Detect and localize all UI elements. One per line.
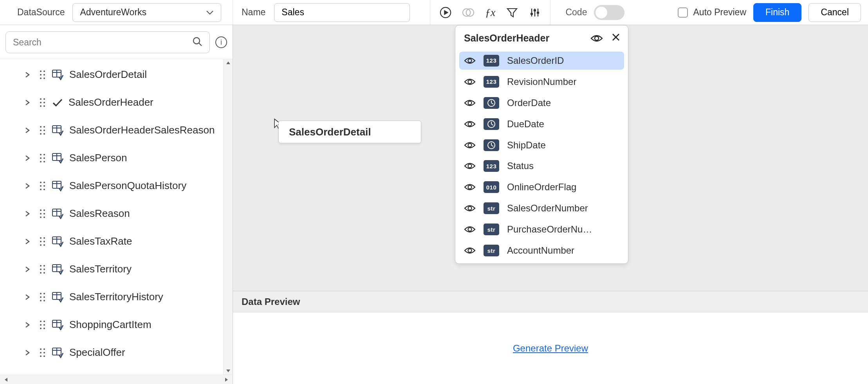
field-row[interactable]: ShipDate <box>459 136 624 154</box>
tree-item[interactable]: SalesOrderDetail <box>0 61 223 88</box>
visibility-icon[interactable] <box>464 78 476 86</box>
drag-handle-icon[interactable] <box>40 237 45 246</box>
tree-item[interactable]: SalesTerritoryHistory <box>0 283 223 311</box>
expand-icon[interactable] <box>24 265 31 274</box>
field-row[interactable]: OrderDate <box>459 94 624 112</box>
field-label: SalesOrderID <box>507 55 564 66</box>
field-row[interactable]: 010 OnlineOrderFlag <box>459 178 624 196</box>
datasource-label: DataSource <box>5 7 72 18</box>
drag-handle-icon[interactable] <box>40 98 45 107</box>
tree-item[interactable]: SpecialOffer <box>0 339 223 366</box>
tree-item[interactable]: SalesPerson <box>0 144 223 172</box>
close-icon[interactable] <box>612 33 620 43</box>
dragged-table-card[interactable]: SalesOrderDetail <box>278 121 421 143</box>
auto-preview-checkbox[interactable]: Auto Preview <box>678 7 747 18</box>
vertical-scrollbar[interactable] <box>223 59 233 375</box>
visibility-icon[interactable] <box>464 57 476 65</box>
expand-icon[interactable] <box>24 348 31 357</box>
scroll-down-icon[interactable] <box>226 368 231 375</box>
svg-marker-44 <box>226 370 230 372</box>
fx-icon[interactable]: ƒx <box>485 7 495 18</box>
tree-item[interactable]: SalesPersonQuotaHistory <box>0 172 223 200</box>
field-row[interactable]: 123 Status <box>459 157 624 175</box>
field-row[interactable]: 123 SalesOrderID <box>459 52 624 70</box>
tree-item-label: SalesPersonQuotaHistory <box>69 180 186 192</box>
data-preview-header: Data Preview <box>233 291 868 312</box>
visibility-icon[interactable] <box>464 141 476 149</box>
svg-rect-9 <box>534 9 536 11</box>
expand-icon[interactable] <box>24 320 31 330</box>
drag-handle-icon[interactable] <box>40 265 45 274</box>
tree-item-label: SpecialOffer <box>69 346 125 359</box>
search-input[interactable] <box>13 37 192 48</box>
field-row[interactable]: str PurchaseOrderNu… <box>459 220 624 238</box>
visibility-icon[interactable] <box>464 162 476 170</box>
chevron-down-icon <box>206 10 214 15</box>
code-toggle[interactable] <box>594 5 624 20</box>
field-row[interactable]: str AccountNumber <box>459 242 624 260</box>
drag-handle-icon[interactable] <box>40 126 45 135</box>
visibility-icon[interactable] <box>464 183 476 191</box>
scroll-left-icon[interactable] <box>2 377 9 382</box>
tree-item[interactable]: SalesTaxRate <box>0 227 223 255</box>
drag-handle-icon[interactable] <box>40 209 45 218</box>
tree-item[interactable]: SalesTerritory <box>0 255 223 283</box>
svg-rect-10 <box>537 12 539 14</box>
datasource-select[interactable]: AdventureWorks <box>72 3 221 22</box>
expand-icon[interactable] <box>24 209 31 218</box>
svg-marker-46 <box>225 378 228 382</box>
design-canvas[interactable]: SalesOrderDetail SalesOrderHeader <box>233 25 868 291</box>
visibility-icon[interactable] <box>464 225 476 233</box>
field-panel-title: SalesOrderHeader <box>464 32 549 44</box>
tree-item-label: ShoppingCartItem <box>69 319 152 331</box>
tree-item-label: SalesOrderHeaderSalesReason <box>69 124 215 136</box>
expand-icon[interactable] <box>24 181 31 191</box>
expand-icon[interactable] <box>24 292 31 302</box>
svg-line-64 <box>491 145 493 146</box>
tree-item[interactable]: SalesReason <box>0 200 223 227</box>
expand-icon[interactable] <box>24 126 31 135</box>
drag-handle-icon[interactable] <box>40 321 45 329</box>
search-input-container[interactable] <box>5 31 210 53</box>
expand-icon[interactable] <box>24 98 31 107</box>
horizontal-scrollbar[interactable] <box>0 375 233 384</box>
tree-item[interactable]: SalesOrderHeaderSalesReason <box>0 116 223 144</box>
venn-icon[interactable] <box>462 7 474 18</box>
field-row[interactable]: str SalesOrderNumber <box>459 199 624 217</box>
field-row[interactable]: DueDate <box>459 115 624 133</box>
visibility-icon[interactable] <box>464 120 476 128</box>
visibility-icon[interactable] <box>464 247 476 254</box>
drag-handle-icon[interactable] <box>40 70 45 79</box>
scroll-up-icon[interactable] <box>226 59 231 66</box>
expand-icon[interactable] <box>24 153 31 163</box>
svg-line-56 <box>491 103 493 104</box>
visibility-icon[interactable] <box>464 99 476 107</box>
drag-handle-icon[interactable] <box>40 348 45 357</box>
name-input[interactable] <box>274 3 410 22</box>
finish-button[interactable]: Finish <box>753 3 801 22</box>
table-icon <box>52 125 64 136</box>
schema-tree[interactable]: SalesOrderDetail SalesOrderHeader SalesO… <box>0 59 223 375</box>
name-label: Name <box>238 7 274 18</box>
field-row[interactable]: 123 RevisionNumber <box>459 73 624 91</box>
sliders-icon[interactable] <box>529 7 541 18</box>
play-icon[interactable] <box>440 7 451 18</box>
visibility-icon[interactable] <box>464 204 476 212</box>
expand-icon[interactable] <box>24 237 31 246</box>
drag-handle-icon[interactable] <box>40 182 45 190</box>
expand-icon[interactable] <box>24 70 31 79</box>
field-panel: SalesOrderHeader 123 SalesOrderID 123 Re… <box>455 25 628 264</box>
svg-point-61 <box>468 143 472 147</box>
drag-handle-icon[interactable] <box>40 293 45 301</box>
info-icon[interactable]: i <box>215 36 227 48</box>
cancel-button[interactable]: Cancel <box>808 3 861 22</box>
drag-handle-icon[interactable] <box>40 154 45 162</box>
panel-visibility-icon[interactable] <box>590 34 603 43</box>
filter-icon[interactable] <box>506 7 518 18</box>
tree-item[interactable]: SalesOrderHeader <box>0 88 223 116</box>
svg-point-67 <box>468 207 472 210</box>
tree-item[interactable]: ShoppingCartItem <box>0 311 223 339</box>
generate-preview-link[interactable]: Generate Preview <box>513 343 588 354</box>
scroll-right-icon[interactable] <box>223 377 230 382</box>
type-badge: 123 <box>484 55 499 67</box>
